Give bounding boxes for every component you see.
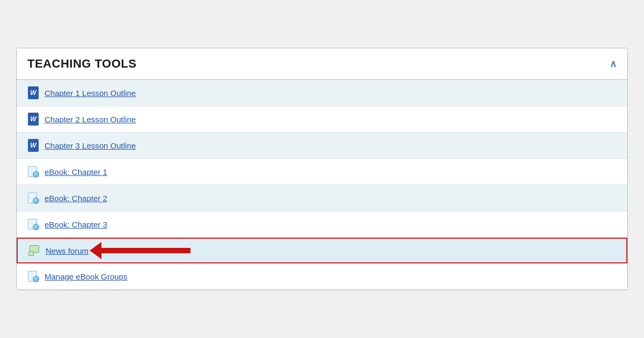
ebook-icon — [27, 270, 39, 282]
word-icon — [27, 87, 39, 99]
item-link-chapter3-outline[interactable]: Chapter 3 Lesson Outline — [45, 141, 136, 150]
list-item[interactable]: Manage eBook Groups — [17, 263, 627, 290]
word-icon — [27, 139, 39, 151]
section-title: TEACHING TOOLS — [27, 57, 136, 71]
list-item[interactable]: Chapter 1 Lesson Outline — [17, 80, 627, 106]
ebook-icon — [27, 192, 39, 204]
arrow-indicator — [99, 248, 191, 253]
list-item[interactable]: eBook: Chapter 2 — [17, 185, 627, 211]
word-icon — [27, 113, 39, 125]
item-link-manage-ebook[interactable]: Manage eBook Groups — [45, 272, 127, 281]
list-item[interactable]: eBook: Chapter 3 — [17, 211, 627, 238]
news-forum-item[interactable]: News forum — [17, 238, 627, 263]
list-item[interactable]: Chapter 3 Lesson Outline — [17, 133, 627, 159]
item-link-news-forum[interactable]: News forum — [46, 246, 89, 255]
item-link-ebook1[interactable]: eBook: Chapter 1 — [45, 167, 107, 177]
item-link-chapter2-outline[interactable]: Chapter 2 Lesson Outline — [45, 115, 136, 124]
teaching-tools-panel: TEACHING TOOLS ∧ Chapter 1 Lesson Outlin… — [16, 48, 628, 290]
item-link-ebook3[interactable]: eBook: Chapter 3 — [45, 220, 107, 229]
ebook-icon — [27, 166, 39, 178]
list-item[interactable]: eBook: Chapter 1 — [17, 159, 627, 185]
item-link-ebook2[interactable]: eBook: Chapter 2 — [45, 194, 107, 203]
section-header[interactable]: TEACHING TOOLS ∧ — [17, 48, 627, 80]
forum-icon — [28, 245, 40, 256]
items-list: Chapter 1 Lesson Outline Chapter 2 Lesso… — [17, 80, 627, 290]
ebook-icon — [27, 218, 39, 230]
list-item[interactable]: Chapter 2 Lesson Outline — [17, 106, 627, 133]
collapse-chevron-icon[interactable]: ∧ — [610, 58, 617, 70]
item-link-chapter1-outline[interactable]: Chapter 1 Lesson Outline — [45, 89, 136, 98]
